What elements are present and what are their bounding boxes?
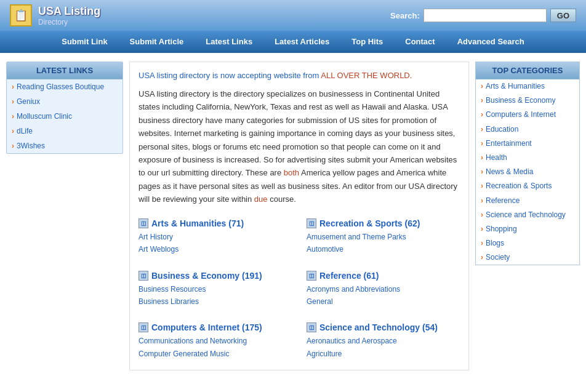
top-cat-science[interactable]: Science and Technology [476,208,579,222]
sub-computer-music[interactable]: Computer Generated Music [138,348,292,360]
left-sidebar: LATEST LINKS Reading Glasses Boutique Ge… [6,62,123,370]
top-cat-news[interactable]: News & Media [476,165,579,179]
top-cat-recreation[interactable]: Recreation & Sports [476,179,579,193]
sub-amusement[interactable]: Amusement and Theme Parks [307,231,460,243]
category-subs-recreation: Amusement and Theme Parks Automotive [307,231,460,256]
nav-top-hits[interactable]: Top Hits [340,31,394,53]
category-subs-science: Aeronautics and Aerospace Agriculture [307,335,460,360]
nav-submit-link[interactable]: Submit Link [50,31,118,53]
latest-links-list: Reading Glasses Boutique Geniux Molluscu… [7,79,122,153]
category-icon-computers: ◫ [138,322,148,332]
category-block-arts: ◫ Arts & Humanities (71) Art History Art… [138,216,292,258]
logo-area: 📋 USA Listing Directory [10,4,100,26]
sub-business-libraries[interactable]: Business Libraries [138,295,292,308]
latest-link-item[interactable]: dLife [7,124,122,138]
logo-icon: 📋 [10,4,32,26]
latest-link-item[interactable]: Geniux [7,94,122,109]
intro-highlight: ALL OVER THE WORLD. [321,71,412,80]
right-sidebar: TOP CATEGORIES Arts & Humanities Busines… [475,62,580,370]
category-title-science[interactable]: ◫ Science and Technology (54) [307,322,460,332]
latest-link-item[interactable]: Molluscum Clinic [7,109,122,124]
logo-text-area: USA Listing Directory [38,5,100,26]
search-go-button[interactable]: GO [550,9,576,22]
sub-acronyms[interactable]: Acronyms and Abbreviations [307,283,460,295]
navigation: Submit Link Submit Article Latest Links … [0,31,586,53]
top-cat-reference[interactable]: Reference [476,194,579,208]
sub-agriculture[interactable]: Agriculture [307,348,460,360]
top-cat-arts[interactable]: Arts & Humanities [476,79,579,94]
intro-text: USA listing directory is now accepting w… [138,70,460,206]
search-input[interactable] [423,9,547,22]
category-block-reference: ◫ Reference (61) Acronyms and Abbreviati… [307,268,460,311]
category-icon-arts: ◫ [138,218,148,228]
category-icon-reference: ◫ [307,271,316,281]
category-icon-business: ◫ [138,271,148,281]
sub-aeronautics[interactable]: Aeronautics and Aerospace [307,335,460,347]
latest-links-box: LATEST LINKS Reading Glasses Boutique Ge… [6,62,123,154]
nav-advanced-search[interactable]: Advanced Search [446,31,536,53]
logo-subtitle: Directory [38,18,100,26]
sub-general[interactable]: General [307,295,460,308]
category-subs-computers: Communications and Networking Computer G… [138,335,292,360]
top-cat-business[interactable]: Business & Economy [476,94,579,108]
category-title-business[interactable]: ◫ Business & Economy (191) [138,271,292,281]
header: 📋 USA Listing Directory Search: GO [0,0,586,31]
top-categories-title: TOP CATEGORIES [476,62,579,79]
nav-submit-article[interactable]: Submit Article [119,31,195,53]
center-content: USA listing directory is now accepting w… [129,62,469,370]
main-layout: LATEST LINKS Reading Glasses Boutique Ge… [0,53,586,379]
latest-links-title: LATEST LINKS [7,62,122,79]
search-label: Search: [390,11,420,20]
category-block-recreation: ◫ Recreation & Sports (62) Amusement and… [307,216,460,258]
search-area: Search: GO [390,9,576,22]
category-subs-business: Business Resources Business Libraries [138,283,292,308]
category-title-reference[interactable]: ◫ Reference (61) [307,271,460,281]
top-cat-shopping[interactable]: Shopping [476,222,579,236]
category-title-recreation[interactable]: ◫ Recreation & Sports (62) [307,218,460,228]
category-subs-arts: Art History Art Weblogs [138,231,292,256]
nav-latest-articles[interactable]: Latest Articles [263,31,340,53]
top-cat-blogs[interactable]: Blogs [476,236,579,250]
top-cat-health[interactable]: Health [476,151,579,165]
logo-title: USA Listing [38,5,100,18]
top-categories-box: TOP CATEGORIES Arts & Humanities Busines… [475,62,580,265]
nav-latest-links[interactable]: Latest Links [195,31,263,53]
latest-link-item[interactable]: Reading Glasses Boutique [7,79,122,94]
top-cat-computers[interactable]: Computers & Internet [476,108,579,122]
category-title-computers[interactable]: ◫ Computers & Internet (175) [138,322,292,332]
category-subs-reference: Acronyms and Abbreviations General [307,283,460,308]
category-block-science: ◫ Science and Technology (54) Aeronautic… [307,320,460,362]
categories-grid: ◫ Arts & Humanities (71) Art History Art… [138,216,460,362]
top-cat-society[interactable]: Society [476,250,579,265]
sub-communications[interactable]: Communications and Networking [138,335,292,347]
top-categories-list: Arts & Humanities Business & Economy Com… [476,79,579,265]
category-block-business: ◫ Business & Economy (191) Business Reso… [138,268,292,311]
nav-contact[interactable]: Contact [394,31,446,53]
category-title-arts[interactable]: ◫ Arts & Humanities (71) [138,218,292,228]
category-icon-science: ◫ [307,322,316,332]
category-icon-recreation: ◫ [307,218,316,228]
sub-automotive[interactable]: Automotive [307,243,460,255]
top-cat-education[interactable]: Education [476,122,579,137]
top-cat-entertainment[interactable]: Entertainment [476,137,579,151]
sub-business-resources[interactable]: Business Resources [138,283,292,295]
category-block-computers: ◫ Computers & Internet (175) Communicati… [138,320,292,362]
latest-link-item[interactable]: 3Wishes [7,138,122,153]
sub-art-history[interactable]: Art History [138,231,292,243]
sub-art-weblogs[interactable]: Art Weblogs [138,243,292,255]
